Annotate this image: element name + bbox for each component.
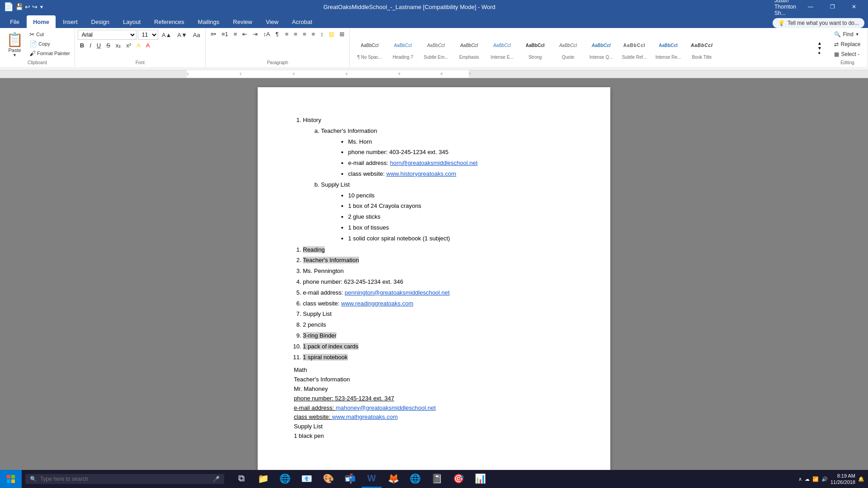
document-page[interactable]: History Teacher's Information Ms. Horn p… [258, 87, 610, 472]
style-strong[interactable]: AaBbCcI Strong [519, 35, 551, 61]
superscript-button[interactable]: x² [124, 41, 133, 50]
undo-icon[interactable]: ↩ [25, 3, 30, 10]
replace-button[interactable]: ⇄ Replace [831, 40, 863, 49]
style-subtle-ref[interactable]: AaBbCcI Subtle Ref... [618, 35, 651, 61]
find-button[interactable]: 🔍 Find ▼ [831, 30, 862, 39]
align-left-button[interactable]: ≡ [283, 30, 291, 38]
shading-button[interactable]: ▧ [326, 30, 336, 38]
taskbar-word[interactable]: W [362, 470, 382, 488]
restore-button[interactable]: ❐ [822, 0, 843, 14]
styles-scroll-down[interactable]: ▼ [817, 46, 822, 51]
font-color-button[interactable]: A [144, 41, 152, 50]
tab-review[interactable]: Review [226, 15, 259, 28]
style-emphasis[interactable]: AaBbCcI Emphasis [453, 35, 485, 61]
copy-button[interactable]: 📄 Copy [28, 39, 72, 48]
style-quote[interactable]: AaBbCcI Quote [552, 35, 584, 61]
tab-home[interactable]: Home [27, 15, 56, 28]
taskbar-onenote[interactable]: 📓 [427, 470, 447, 488]
email3-link[interactable]: mahoney@greatoaksmiddleschool.net [335, 404, 435, 411]
align-center-button[interactable]: ≡ [292, 30, 300, 38]
styles-scroll-up[interactable]: ▲ [817, 41, 822, 46]
select-button[interactable]: ▦ Select - [831, 50, 862, 59]
dropdown-icon[interactable]: ▼ [39, 5, 44, 9]
increase-font-button[interactable]: A▲ [160, 31, 174, 39]
taskbar-taskview[interactable]: ⧉ [231, 470, 251, 488]
taskbar-explorer[interactable]: 📁 [253, 470, 273, 488]
tab-design[interactable]: Design [85, 15, 116, 28]
taskbar-paint[interactable]: 🎨 [318, 470, 338, 488]
strikethrough-button[interactable]: S [104, 41, 113, 50]
notifications-icon[interactable]: 🔔 [858, 476, 864, 482]
minimize-button[interactable]: — [800, 0, 821, 14]
user-name: Justin Thornton Sh... [775, 0, 796, 14]
tab-file[interactable]: File [4, 15, 26, 28]
style-subtle-em-preview: AaBbCcI [427, 37, 445, 55]
start-button[interactable] [0, 470, 22, 488]
email2-link[interactable]: pennington@greatoaksmiddleschool.net [344, 289, 449, 296]
tray-arrow-icon[interactable]: ∧ [798, 476, 802, 482]
taskbar-outlook[interactable]: 📧 [297, 470, 316, 488]
style-heading7[interactable]: AaBbCcI Heading 7 [387, 35, 419, 61]
line-spacing-button[interactable]: ↕ [318, 30, 326, 38]
paste-dropdown-icon[interactable]: ▼ [13, 53, 17, 57]
tab-acrobat[interactable]: Acrobat [286, 15, 319, 28]
tab-mailings[interactable]: Mailings [192, 15, 226, 28]
underline-button[interactable]: U [94, 41, 103, 50]
taskbar-powerpoint[interactable]: 🎯 [448, 470, 468, 488]
justify-button[interactable]: ≡ [309, 30, 317, 38]
cut-button[interactable]: ✂ Cut [28, 30, 72, 39]
style-subtle-em[interactable]: AaBbCcI Subtle Em... [420, 35, 452, 61]
bold-button[interactable]: B [78, 41, 86, 50]
search-input[interactable] [40, 476, 209, 482]
website2-link[interactable]: www.readinggreatoaks.com [341, 300, 414, 307]
document-content: History Teacher's Information Ms. Horn p… [294, 116, 574, 441]
style-intense-re[interactable]: AaBbCcI Intense Re... [652, 35, 685, 61]
taskbar-excel[interactable]: 📊 [470, 470, 490, 488]
microphone-icon[interactable]: 🎤 [213, 476, 220, 482]
reading-list: Reading Teacher's Information Ms. Pennin… [303, 245, 574, 362]
tab-insert[interactable]: Insert [57, 15, 84, 28]
teacher-info-label-a: Teacher's Information [321, 127, 377, 134]
paste-button[interactable]: 📋 Paste ▼ [3, 30, 27, 59]
taskbar-chrome[interactable]: 🌐 [405, 470, 425, 488]
taskbar-mail[interactable]: 📬 [340, 470, 360, 488]
style-intense-e[interactable]: AaBbCcI Intense E... [486, 35, 518, 61]
subscript-button[interactable]: x₂ [113, 41, 123, 50]
style-book-title[interactable]: AaBbCcI Book Title [686, 35, 717, 61]
bullets-button[interactable]: ≡• [208, 30, 218, 38]
styles-more[interactable]: ✦ [817, 51, 822, 56]
sort-button[interactable]: ↕A [261, 30, 272, 38]
supply-list-2-item: Supply List [303, 310, 574, 319]
tab-layout[interactable]: Layout [117, 15, 147, 28]
clear-format-button[interactable]: Aa [191, 31, 203, 39]
style-intense-q[interactable]: AaBbCcI Intense Q... [585, 35, 617, 61]
highlight-button[interactable]: A [134, 41, 143, 50]
close-button[interactable]: ✕ [844, 0, 864, 14]
taskbar-edge[interactable]: 🌐 [275, 470, 295, 488]
numbering-button[interactable]: ≡1 [219, 30, 231, 38]
italic-button[interactable]: I [87, 41, 94, 50]
format-painter-button[interactable]: 🖌 Format Painter [28, 49, 72, 58]
website1-link[interactable]: www.historygreatoaks.com [387, 170, 457, 177]
redo-icon[interactable]: ↪ [32, 3, 38, 10]
style-nospace[interactable]: AaBbCcI ¶ No Spac... [354, 35, 386, 61]
decrease-font-button[interactable]: A▼ [175, 31, 189, 39]
email1-link[interactable]: horn@greatoaksmiddleschool.net [390, 160, 477, 166]
increase-indent-button[interactable]: ⇥ [250, 30, 260, 38]
align-right-button[interactable]: ≡ [301, 30, 309, 38]
decrease-indent-button[interactable]: ⇤ [240, 30, 250, 38]
taskbar-search[interactable]: 🔍 🎤 [25, 474, 224, 484]
show-marks-button[interactable]: ¶ [273, 30, 281, 38]
borders-button[interactable]: ⊞ [337, 30, 347, 38]
document-area[interactable]: History Teacher's Information Ms. Horn p… [0, 78, 868, 472]
multilevel-button[interactable]: ≡ [231, 30, 240, 38]
taskbar-firefox[interactable]: 🦊 [383, 470, 403, 488]
font-family-select[interactable]: Arial [78, 30, 137, 40]
history-item: History Teacher's Information Ms. Horn p… [303, 116, 574, 244]
website3-link[interactable]: www.mathgreatoaks.com [332, 413, 398, 420]
font-size-select[interactable]: 11 [138, 30, 158, 40]
tab-references[interactable]: References [148, 15, 190, 28]
save-icon[interactable]: 💾 [15, 3, 23, 10]
tab-view[interactable]: View [259, 15, 285, 28]
email1-pre: e-mail address: [348, 160, 390, 166]
